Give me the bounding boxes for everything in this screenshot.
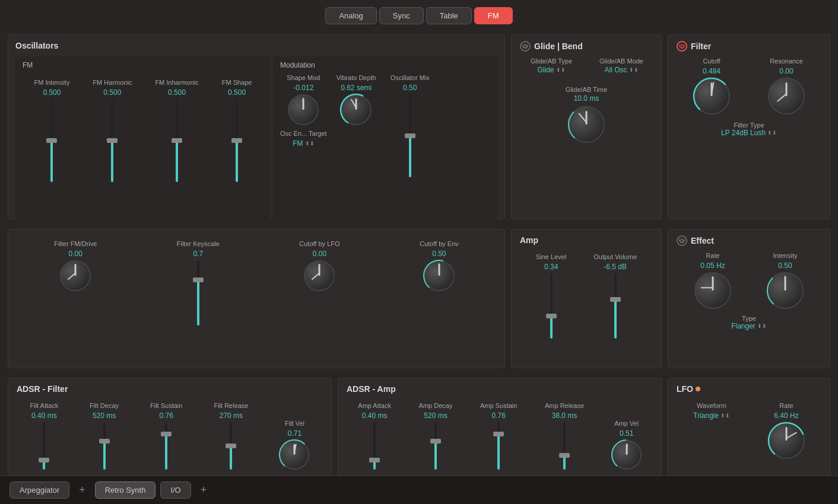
effect-header: Effect: [677, 235, 821, 246]
filter-power-btn[interactable]: [677, 41, 687, 52]
filter-panel: Filter Cutoff 0.484: [668, 34, 830, 219]
oscillators-inner: FM FM Intensity 0.500: [15, 56, 497, 228]
tab-table[interactable]: Table: [426, 7, 472, 24]
power-icon-effect: [679, 238, 685, 244]
filt-decay-fader[interactable]: Filt Decay 520 ms: [90, 402, 119, 470]
osc-mix-fader[interactable]: Oscillator Mix 0.50: [391, 74, 430, 177]
amp-title: Amp: [520, 235, 653, 245]
modulation-subpanel: Modulation Shape Mod -0.012: [273, 56, 497, 228]
effect-knobs-row: Rate 0.05 Hz Intensity: [677, 252, 821, 309]
effect-type-select[interactable]: Flanger ⬆⬇: [677, 322, 821, 330]
row2: Filter FM/Drive 0.00 Filter Keyscale 0.7: [6, 225, 832, 373]
adsr-filter-title: ADSR - Filter: [17, 384, 323, 394]
fm-subpanel: FM FM Intensity 0.500: [15, 56, 271, 228]
filter-controls-inner: Filter FM/Drive 0.00 Filter Keyscale 0.7: [17, 235, 496, 330]
tab-bar: Analog Sync Table FM: [0, 0, 838, 30]
lfo-waveform-select[interactable]: Triangle ⬆⬇: [693, 412, 730, 420]
fm-inharmonic-fader[interactable]: FM Inharmonic 0.500: [155, 79, 198, 182]
adsr-filter-faders: Filt Attack 0.40 ms Filt Decay 520 ms: [17, 400, 323, 472]
bottom-bar: Arpeggiator + Retro Synth I/O +: [0, 476, 838, 504]
tab-fm[interactable]: FM: [474, 7, 513, 24]
filt-sustain-fader[interactable]: Filt Sustain 0.76: [150, 402, 182, 470]
fm-faders: FM Intensity 0.500 FM Harmonic 0.50: [23, 74, 264, 187]
shape-mod-knob[interactable]: Shape Mod -0.012 Osc En... Target FM: [280, 74, 327, 148]
lfo-waveform[interactable]: Waveform Triangle ⬆⬇: [693, 402, 730, 420]
fm-intensity-fader[interactable]: FM Intensity 0.500: [34, 79, 69, 182]
amp-attack-fader[interactable]: Amp Attack 0.40 ms: [358, 402, 391, 470]
glide-ab-mode-select[interactable]: All Osc ⬆⬇: [604, 66, 638, 74]
filt-release-fader[interactable]: Filt Release 270 ms: [214, 402, 248, 470]
filter-type-select[interactable]: LP 24dB Lush ⬆⬇: [677, 129, 821, 137]
cutoff-knob[interactable]: Cutoff 0.484: [693, 58, 730, 114]
row1: Oscillators FM FM Intensity 0.500: [6, 30, 832, 224]
amp-release-fader[interactable]: Amp Release 38.0 ms: [545, 402, 584, 470]
fm-shape-fader[interactable]: FM Shape 0.500: [222, 79, 252, 182]
filter-fm-drive[interactable]: Filter FM/Drive 0.00: [54, 240, 97, 291]
effect-power-btn[interactable]: [677, 235, 687, 246]
glide-ab-type: Glide/AB Type Glide ⬆⬇: [520, 58, 583, 74]
panels-area: Oscillators FM FM Intensity 0.500: [0, 30, 838, 504]
amp-sustain-fader[interactable]: Amp Sustain 0.76: [480, 402, 517, 470]
filter-type-area: Filter Type LP 24dB Lush ⬆⬇: [677, 122, 821, 137]
adsr-amp-faders: Amp Attack 0.40 ms Amp Decay 520 ms: [347, 400, 653, 472]
cutoff-env-knob[interactable]: Cutoff by Env 0.50: [420, 240, 459, 291]
modulation-label: Modulation: [280, 61, 490, 69]
fm-label: FM: [23, 61, 264, 69]
filter-knobs-row: Cutoff 0.484 Resonance: [677, 58, 821, 114]
glide-panel: Glide | Bend Glide/AB Type Glide ⬆⬇ Glid…: [511, 34, 662, 219]
adsr-amp-title: ADSR - Amp: [347, 384, 653, 394]
glide-ab-mode: Glide/AB Mode All Osc ⬆⬇: [590, 58, 653, 74]
lfo-title: LFO: [677, 384, 693, 394]
add-btn-right[interactable]: +: [196, 481, 212, 499]
oscillators-title: Oscillators: [15, 41, 497, 50]
effect-type-area: Type Flanger ⬆⬇: [677, 315, 821, 330]
filter-header: Filter: [677, 41, 821, 52]
amp-vel-knob[interactable]: Amp Vel 0.51: [612, 420, 642, 470]
glide-header: Glide | Bend: [520, 41, 653, 52]
filter-title: Filter: [691, 42, 711, 51]
effect-intensity-knob[interactable]: Intensity 0.50: [767, 252, 804, 309]
app-container: Analog Sync Table FM Oscillators FM FM I…: [0, 0, 838, 504]
resonance-knob[interactable]: Resonance 0.00: [768, 58, 805, 114]
glide-power-btn[interactable]: [520, 41, 531, 52]
filter-controls-panel: Filter FM/Drive 0.00 Filter Keyscale 0.7: [8, 229, 505, 369]
output-volume-fader[interactable]: Output Volume -6.5 dB: [593, 253, 637, 339]
effect-panel: Effect Rate 0.05 Hz: [668, 229, 830, 369]
filt-attack-fader[interactable]: Filt Attack 0.40 ms: [30, 402, 58, 470]
glide-ab-type-select[interactable]: Glide ⬆⬇: [537, 66, 565, 74]
cutoff-lfo-knob[interactable]: Cutoff by LFO 0.00: [299, 240, 339, 291]
effect-rate-knob[interactable]: Rate 0.05 Hz: [694, 252, 731, 309]
lfo-inner: Waveform Triangle ⬆⬇ Rate 6.40 Hz: [677, 400, 821, 461]
arpeggiator-btn[interactable]: Arpeggiator: [9, 481, 69, 499]
glide-ab-time: Glide/AB Time 10.0 ms: [520, 86, 653, 143]
modulation-content: Shape Mod -0.012 Osc En... Target FM: [280, 74, 490, 177]
power-icon: [522, 43, 528, 49]
tab-sync[interactable]: Sync: [379, 7, 424, 24]
glide-title: Glide | Bend: [534, 42, 583, 51]
add-btn-left[interactable]: +: [74, 481, 90, 499]
lfo-rate-knob[interactable]: Rate 6.40 Hz: [768, 402, 805, 459]
amp-panel: Amp Sine Level 0.34 Output Volume: [511, 229, 662, 369]
glide-time-knob[interactable]: [568, 106, 605, 143]
sine-level-fader[interactable]: Sine Level 0.34: [536, 253, 566, 339]
oscillators-panel: Oscillators FM FM Intensity 0.500: [8, 34, 505, 219]
vibrato-depth-knob[interactable]: Vibrato Depth 0.62 semi: [337, 74, 376, 125]
fm-harmonic-fader[interactable]: FM Harmonic 0.500: [93, 79, 132, 182]
lfo-active-dot: [696, 387, 700, 391]
power-icon-filter: [679, 43, 685, 49]
glide-grid: Glide/AB Type Glide ⬆⬇ Glide/AB Mode All…: [520, 58, 653, 143]
amp-inner: Sine Level 0.34 Output Volume -6.5 dB: [520, 251, 653, 341]
tab-analog[interactable]: Analog: [325, 7, 376, 24]
effect-title: Effect: [691, 236, 714, 245]
lfo-header: LFO: [677, 384, 821, 394]
io-btn[interactable]: I/O: [160, 481, 191, 499]
filt-vel-knob[interactable]: Filt Vel 0.71: [280, 420, 309, 470]
amp-decay-fader[interactable]: Amp Decay 520 ms: [419, 402, 453, 470]
retro-synth-btn[interactable]: Retro Synth: [95, 481, 156, 499]
filter-keyscale-fader[interactable]: Filter Keyscale 0.7: [177, 240, 220, 326]
